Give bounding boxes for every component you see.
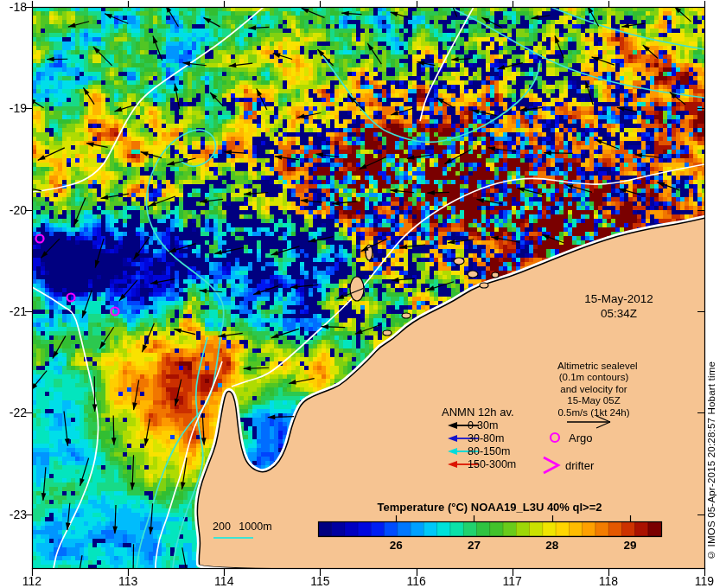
altimetric-note-line: and velocity for (557, 384, 630, 395)
colorbar-tick-label: 26 (379, 539, 413, 552)
anmn-legend-item-label: 80-150m (468, 445, 510, 457)
y-tick-label: -19 (1, 101, 27, 115)
colorbar-tick-label: 27 (456, 539, 491, 552)
argo-legend-label: Argo (569, 431, 592, 444)
altimetric-note-line: 0.5m/s (1kt 24h) (557, 407, 630, 419)
colorbar-tick-label: 29 (613, 539, 647, 552)
y-tick-label: -20 (1, 203, 27, 217)
x-tick-label: 117 (487, 574, 538, 588)
drifter-legend-label: drifter (565, 459, 594, 472)
y-tick-label: -21 (1, 304, 27, 318)
x-tick-label: 118 (583, 574, 634, 588)
x-tick-label: 119 (678, 574, 726, 588)
altimetric-note-line: 15-May 05Z (557, 395, 630, 406)
y-tick-label: -23 (1, 508, 27, 521)
anmn-legend-item-label: 150-300m (468, 458, 516, 470)
imos-watermark: © IMOS 05-Apr-2015 20:28:57 Hobart time (706, 342, 721, 560)
anmn-legend-item-label: 0-30m (468, 419, 498, 431)
altimetric-note: Altimetric sealevel(0.1m contours)and ve… (557, 361, 630, 419)
depth-scale-label: 200 1000m (213, 521, 272, 533)
time-label: 05:34Z (558, 306, 679, 321)
colorbar-title: Temperature (°C) NOAA19_L3U 40% ql>=2 (318, 501, 661, 514)
date-label: 15-May-2012 (558, 291, 679, 306)
oceancurrent-sst-map-page: -18-19-20-21-22-23 112113114115116117118… (0, 0, 726, 588)
y-tick-label: -18 (1, 0, 27, 14)
x-tick-label: 114 (198, 574, 250, 588)
anmn-legend-item-label: 30-80m (468, 432, 504, 444)
timestamp-label: 15-May-2012 05:34Z (558, 291, 679, 321)
colorbar-tick-label: 28 (535, 539, 570, 552)
x-tick-label: 112 (6, 574, 58, 588)
y-tick-label: -22 (1, 406, 27, 419)
anmn-legend-title: ANMN 12h av. (442, 406, 514, 419)
x-tick-label: 113 (102, 574, 154, 588)
altimetric-note-line: (0.1m contours) (557, 372, 630, 383)
x-tick-label: 115 (294, 574, 346, 588)
x-tick-label: 116 (391, 574, 443, 588)
altimetric-note-line: Altimetric sealevel (557, 361, 630, 372)
